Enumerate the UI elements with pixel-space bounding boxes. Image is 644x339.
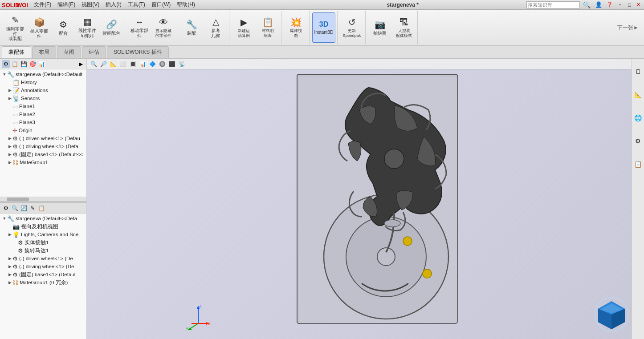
right-btn-geometry[interactable]: 📐 (633, 84, 643, 106)
toolbar-snapshot[interactable]: 📷 拍快照 (368, 12, 391, 43)
tree-tool-config[interactable]: 💾 (20, 60, 28, 68)
bottom-driven-expander[interactable]: ▶ (7, 256, 12, 261)
tree-hscroll-thumb[interactable] (7, 198, 29, 201)
toolbar-speedpak[interactable]: ↺ 更新 Speedpak (340, 12, 363, 43)
tab-layout[interactable]: 布局 (32, 46, 56, 58)
toolbar-linear-pattern[interactable]: ▦ 线性零件\n阵列 (76, 12, 99, 43)
mategroup1-expander[interactable]: ▶ (7, 160, 12, 165)
tree-item-origin[interactable]: ✛ Origin (0, 126, 86, 134)
toolbar-smart-mate[interactable]: 🔗 智能配合 (100, 12, 123, 43)
toolbar-instant3d[interactable]: 3D Instant3D (312, 12, 335, 43)
menu-edit[interactable]: 编辑(E) (55, 0, 78, 9)
toolbar-edit-component[interactable]: ✎ 编辑零部件 或装配 (4, 12, 27, 43)
base1-expander[interactable]: ▶ (7, 152, 12, 157)
user-icon[interactable]: 👤 (594, 1, 603, 8)
right-btn-settings[interactable]: ⚙ (633, 130, 643, 152)
sensors-expander[interactable]: ▶ (7, 96, 12, 101)
tree-item-sensors[interactable]: ▶ 📡 Sensors (0, 94, 86, 102)
menu-file[interactable]: 文件(F) (31, 0, 54, 9)
tree-item-driving-wheel[interactable]: ▶ ⚙ (-) driving wheel<1> (Defa (0, 142, 86, 150)
tree-tool-expand[interactable]: ▶ (77, 60, 85, 68)
help-button[interactable]: ❓ (605, 1, 614, 8)
bottom-base1-expander[interactable]: ▶ (7, 272, 12, 277)
tab-assembly[interactable]: 装配体 (2, 46, 31, 58)
search-input[interactable] (526, 1, 580, 8)
right-btn-properties[interactable]: 🗒 (633, 61, 643, 83)
svg-text:Y: Y (186, 327, 188, 330)
bottom-tree-mategroup[interactable]: ▶ ⛓ MateGroup1 (0 冗余) (0, 278, 86, 287)
bottom-driving-expander[interactable]: ▶ (7, 264, 12, 269)
bottom-tree-base1[interactable]: ▶ ⚙ (固定) base1<1> (Defaul (0, 270, 86, 278)
bottom-root-expander[interactable]: ▼ (2, 216, 7, 221)
bottom-tree-contact1[interactable]: ⚙ 实体接触1 (0, 238, 86, 246)
bottom-tool-5[interactable]: 📋 (37, 204, 45, 212)
bottom-tree-lights[interactable]: ▶ 💡 Lights, Cameras and Sce (0, 230, 86, 238)
right-btn-notes[interactable]: 📋 (633, 153, 643, 175)
tree-tool-appear[interactable]: 📊 (37, 60, 45, 68)
search-button[interactable]: 🔍 (582, 1, 592, 9)
tree-hscroll[interactable] (0, 197, 86, 201)
vp-hide-show[interactable]: 🔷 (148, 60, 156, 68)
bottom-mategroup-expander[interactable]: ▶ (7, 280, 12, 285)
bottom-tree-root[interactable]: ▼ 🔧 stargeneva (Default<<Defa (0, 214, 86, 222)
toolbar-large-assembly[interactable]: 🏗 大型装 配体模式 (392, 12, 416, 43)
vp-prev-view[interactable]: 📐 (109, 60, 117, 68)
bottom-tree-driven[interactable]: ▶ ⚙ (-) driven wheel<1> (De (0, 254, 86, 262)
tree-item-base1[interactable]: ▶ ⚙ (固定) base1<1> (Default<< (0, 150, 86, 158)
driving-wheel-expander[interactable]: ▶ (7, 144, 12, 149)
tree-item-mategroup1[interactable]: ▶ ⛓ MateGroup1 (0, 158, 86, 166)
lights-expander[interactable]: ▶ (7, 232, 12, 237)
next-page-button[interactable]: 下一张► (614, 22, 642, 33)
tree-item-root[interactable]: ▼ 🔧 stargeneva (Default<<Default (0, 70, 86, 78)
toolbar-assembly[interactable]: 🔧 装配 (180, 12, 203, 43)
toolbar-bom[interactable]: 📋 材料明 细表 (256, 12, 279, 43)
menu-window[interactable]: 窗口(W) (149, 0, 173, 9)
viewport[interactable]: 🔍 🔎 📐 ⬜ 🔳 📊 🔷 🔘 ⬛ 📡 (87, 59, 632, 339)
tree-item-annotations[interactable]: ▶ 📝 Annotations (0, 86, 86, 94)
toolbar-explode[interactable]: 💥 爆炸视 图 (284, 12, 307, 43)
tree-item-history[interactable]: 📋 History (0, 78, 86, 86)
close-button[interactable]: ✕ (635, 2, 642, 8)
bottom-tool-4[interactable]: ✎ (29, 204, 37, 212)
bottom-tool-3[interactable]: 🔄 (20, 204, 28, 212)
bottom-tool-1[interactable]: ⚙ (2, 204, 10, 212)
vp-display-style[interactable]: 📊 (139, 60, 147, 68)
minimize-button[interactable]: － (616, 1, 624, 8)
toolbar-show-hide[interactable]: 👁 显示隐藏 的零部件 (152, 12, 175, 43)
tree-tool-property[interactable]: 📋 (11, 60, 19, 68)
tree-item-driven-wheel[interactable]: ▶ ⚙ (-) driven wheel<1> (Defau (0, 134, 86, 142)
menu-view[interactable]: 视图(V) (79, 0, 102, 9)
toolbar-insert-component[interactable]: 📦 插入零部件 (28, 12, 51, 43)
menu-help[interactable]: 帮助(H) (174, 0, 198, 9)
vp-lighting[interactable]: ⬛ (168, 60, 176, 68)
vp-zoom-fit[interactable]: 🔍 (90, 60, 98, 68)
menu-insert[interactable]: 插入(I) (103, 0, 124, 9)
tab-evaluate[interactable]: 评估 (82, 46, 106, 58)
tree-item-plane2[interactable]: ▭ Plane2 (0, 110, 86, 118)
vp-camera[interactable]: 📡 (178, 60, 186, 68)
vp-zoom-area[interactable]: 🔎 (99, 60, 107, 68)
vp-standard-views[interactable]: ⬜ (119, 60, 127, 68)
driven-wheel-expander[interactable]: ▶ (7, 136, 12, 141)
annotations-expander[interactable]: ▶ (7, 88, 12, 93)
bottom-tool-2[interactable]: 🔍 (11, 204, 19, 212)
tree-item-plane3[interactable]: ▭ Plane3 (0, 118, 86, 126)
vp-view-orient[interactable]: 🔳 (129, 60, 137, 68)
toolbar-new-motion[interactable]: ▶ 新建运 动算例 (232, 12, 255, 43)
toolbar-move-component[interactable]: ↔ 移动零部件 (128, 12, 151, 43)
tab-sketch[interactable]: 草图 (57, 46, 81, 58)
maximize-button[interactable]: □ (626, 2, 633, 8)
root-expander[interactable]: ▼ (2, 72, 7, 77)
toolbar-reference-geometry[interactable]: △ 参考 几何 (204, 12, 227, 43)
bottom-tree-driving[interactable]: ▶ ⚙ (-) driving wheel<1> (De (0, 262, 86, 270)
tree-tool-dim[interactable]: 🎯 (29, 60, 37, 68)
right-btn-appearance[interactable]: 🌐 (633, 107, 643, 129)
tree-item-plane1[interactable]: ▭ Plane1 (0, 102, 86, 110)
menu-tools[interactable]: 工具(T) (125, 0, 148, 9)
tab-plugins[interactable]: SOLIDWORKS 插件 (107, 46, 169, 58)
tree-tool-feature[interactable]: ⚙ (2, 60, 10, 68)
bottom-tree-motor1[interactable]: ⚙ 旋转马达1 (0, 246, 86, 254)
vp-section-view[interactable]: 🔘 (158, 60, 166, 68)
bottom-tree-camera-view[interactable]: 📷 视向及相机视图 (0, 222, 86, 230)
toolbar-mate[interactable]: ⚙ 配合 (52, 12, 75, 43)
